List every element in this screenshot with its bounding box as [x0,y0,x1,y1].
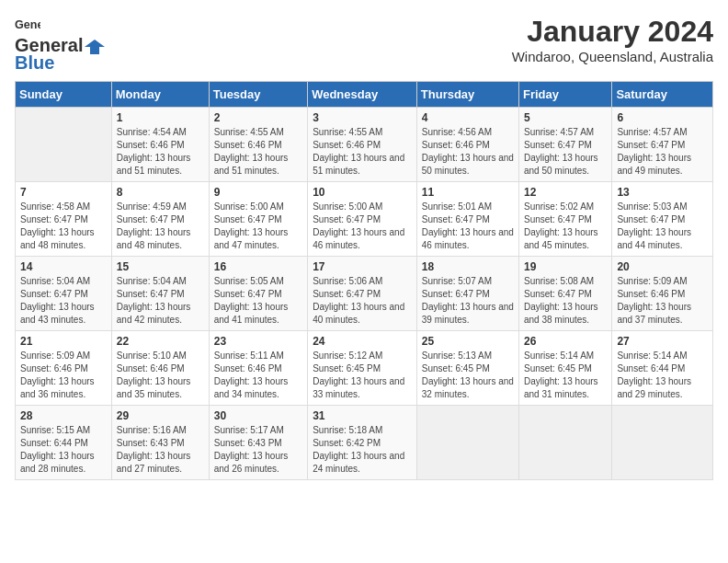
day-number: 20 [617,260,708,273]
cell-info: Sunrise: 4:54 AMSunset: 6:46 PMDaylight:… [117,126,204,178]
day-number: 6 [617,111,708,124]
day-number: 1 [117,111,204,124]
cell-info: Sunrise: 5:17 AMSunset: 6:43 PMDaylight:… [214,424,302,476]
cell-info: Sunrise: 5:08 AMSunset: 6:47 PMDaylight:… [524,275,607,327]
cell-info: Sunrise: 5:09 AMSunset: 6:46 PMDaylight:… [617,275,708,327]
cell-info: Sunrise: 4:59 AMSunset: 6:47 PMDaylight:… [117,201,204,252]
day-number: 29 [117,409,204,422]
calendar-cell: 27Sunrise: 5:14 AMSunset: 6:44 PMDayligh… [612,331,713,406]
day-number: 5 [524,111,607,124]
day-number: 25 [422,335,514,348]
title-area: January 2024 Windaroo, Queensland, Austr… [512,15,713,64]
day-number: 9 [214,186,302,199]
week-row-1: 7Sunrise: 4:58 AMSunset: 6:47 PMDaylight… [16,182,713,257]
cell-info: Sunrise: 5:14 AMSunset: 6:45 PMDaylight:… [524,350,607,401]
calendar-cell: 8Sunrise: 4:59 AMSunset: 6:47 PMDaylight… [111,182,209,257]
calendar-cell: 16Sunrise: 5:05 AMSunset: 6:47 PMDayligh… [209,257,307,331]
calendar-cell: 4Sunrise: 4:56 AMSunset: 6:46 PMDaylight… [416,108,518,182]
calendar-cell: 1Sunrise: 4:54 AMSunset: 6:46 PMDaylight… [111,108,209,182]
cell-info: Sunrise: 5:10 AMSunset: 6:46 PMDaylight:… [117,350,204,401]
day-number: 23 [214,335,302,348]
day-number: 14 [20,260,107,273]
svg-marker-1 [85,40,105,54]
header-monday: Monday [111,82,209,108]
cell-info: Sunrise: 5:18 AMSunset: 6:42 PMDaylight:… [313,424,412,476]
cell-info: Sunrise: 5:13 AMSunset: 6:45 PMDaylight:… [422,350,514,401]
cell-info: Sunrise: 5:03 AMSunset: 6:47 PMDaylight:… [617,201,708,252]
cell-info: Sunrise: 4:55 AMSunset: 6:46 PMDaylight:… [214,126,302,178]
logo-blue: Blue [15,52,54,74]
header-thursday: Thursday [416,82,518,108]
calendar-cell: 24Sunrise: 5:12 AMSunset: 6:45 PMDayligh… [308,331,417,406]
svg-text:General: General [15,18,40,31]
logo-icon: General [15,15,40,35]
calendar-cell: 10Sunrise: 5:00 AMSunset: 6:47 PMDayligh… [308,182,417,257]
calendar-cell: 3Sunrise: 4:55 AMSunset: 6:46 PMDaylight… [308,108,417,182]
main-title: January 2024 [512,15,713,49]
cell-info: Sunrise: 5:04 AMSunset: 6:47 PMDaylight:… [117,275,204,327]
calendar-cell: 20Sunrise: 5:09 AMSunset: 6:46 PMDayligh… [612,257,713,331]
logo-bird-icon [85,38,105,54]
day-number: 26 [524,335,607,348]
calendar-cell: 14Sunrise: 5:04 AMSunset: 6:47 PMDayligh… [16,257,112,331]
day-number: 19 [524,260,607,273]
calendar-cell: 29Sunrise: 5:16 AMSunset: 6:43 PMDayligh… [111,406,209,480]
calendar-cell: 9Sunrise: 5:00 AMSunset: 6:47 PMDaylight… [209,182,307,257]
calendar-cell: 22Sunrise: 5:10 AMSunset: 6:46 PMDayligh… [111,331,209,406]
header: General General Blue January 2024 Windar… [15,15,713,74]
header-tuesday: Tuesday [209,82,307,108]
cell-info: Sunrise: 4:57 AMSunset: 6:47 PMDaylight:… [524,126,607,178]
cell-info: Sunrise: 5:12 AMSunset: 6:45 PMDaylight:… [313,350,412,401]
header-friday: Friday [518,82,611,108]
calendar-cell: 17Sunrise: 5:06 AMSunset: 6:47 PMDayligh… [308,257,417,331]
cell-info: Sunrise: 5:16 AMSunset: 6:43 PMDaylight:… [117,424,204,476]
day-number: 21 [20,335,107,348]
week-row-2: 14Sunrise: 5:04 AMSunset: 6:47 PMDayligh… [16,257,713,331]
calendar-table: SundayMondayTuesdayWednesdayThursdayFrid… [15,81,713,480]
calendar-cell [16,108,112,182]
calendar-cell: 12Sunrise: 5:02 AMSunset: 6:47 PMDayligh… [518,182,611,257]
cell-info: Sunrise: 5:02 AMSunset: 6:47 PMDaylight:… [524,201,607,252]
header-row: SundayMondayTuesdayWednesdayThursdayFrid… [16,82,713,108]
cell-info: Sunrise: 5:14 AMSunset: 6:44 PMDaylight:… [617,350,708,401]
calendar-cell: 11Sunrise: 5:01 AMSunset: 6:47 PMDayligh… [416,182,518,257]
calendar-cell: 15Sunrise: 5:04 AMSunset: 6:47 PMDayligh… [111,257,209,331]
day-number: 17 [313,260,412,273]
calendar-cell: 21Sunrise: 5:09 AMSunset: 6:46 PMDayligh… [16,331,112,406]
calendar-cell: 28Sunrise: 5:15 AMSunset: 6:44 PMDayligh… [16,406,112,480]
cell-info: Sunrise: 5:09 AMSunset: 6:46 PMDaylight:… [20,350,107,401]
day-number: 7 [20,186,107,199]
cell-info: Sunrise: 5:15 AMSunset: 6:44 PMDaylight:… [20,424,107,476]
cell-info: Sunrise: 5:00 AMSunset: 6:47 PMDaylight:… [214,201,302,252]
logo: General General Blue [15,15,105,74]
day-number: 31 [313,409,412,422]
day-number: 8 [117,186,204,199]
calendar-cell: 2Sunrise: 4:55 AMSunset: 6:46 PMDaylight… [209,108,307,182]
week-row-4: 28Sunrise: 5:15 AMSunset: 6:44 PMDayligh… [16,406,713,480]
calendar-cell: 18Sunrise: 5:07 AMSunset: 6:47 PMDayligh… [416,257,518,331]
header-sunday: Sunday [16,82,112,108]
calendar-cell: 5Sunrise: 4:57 AMSunset: 6:47 PMDaylight… [518,108,611,182]
cell-info: Sunrise: 4:58 AMSunset: 6:47 PMDaylight:… [20,201,107,252]
cell-info: Sunrise: 5:11 AMSunset: 6:46 PMDaylight:… [214,350,302,401]
calendar-cell: 19Sunrise: 5:08 AMSunset: 6:47 PMDayligh… [518,257,611,331]
day-number: 4 [422,111,514,124]
cell-info: Sunrise: 4:55 AMSunset: 6:46 PMDaylight:… [313,126,412,178]
cell-info: Sunrise: 5:07 AMSunset: 6:47 PMDaylight:… [422,275,514,327]
cell-info: Sunrise: 5:00 AMSunset: 6:47 PMDaylight:… [313,201,412,252]
calendar-cell: 13Sunrise: 5:03 AMSunset: 6:47 PMDayligh… [612,182,713,257]
calendar-cell: 23Sunrise: 5:11 AMSunset: 6:46 PMDayligh… [209,331,307,406]
calendar-cell [416,406,518,480]
cell-info: Sunrise: 4:56 AMSunset: 6:46 PMDaylight:… [422,126,514,178]
calendar-cell: 31Sunrise: 5:18 AMSunset: 6:42 PMDayligh… [308,406,417,480]
day-number: 2 [214,111,302,124]
header-wednesday: Wednesday [308,82,417,108]
day-number: 3 [313,111,412,124]
day-number: 15 [117,260,204,273]
day-number: 27 [617,335,708,348]
week-row-3: 21Sunrise: 5:09 AMSunset: 6:46 PMDayligh… [16,331,713,406]
subtitle: Windaroo, Queensland, Australia [512,49,713,64]
cell-info: Sunrise: 5:04 AMSunset: 6:47 PMDaylight:… [20,275,107,327]
day-number: 16 [214,260,302,273]
calendar-cell: 30Sunrise: 5:17 AMSunset: 6:43 PMDayligh… [209,406,307,480]
